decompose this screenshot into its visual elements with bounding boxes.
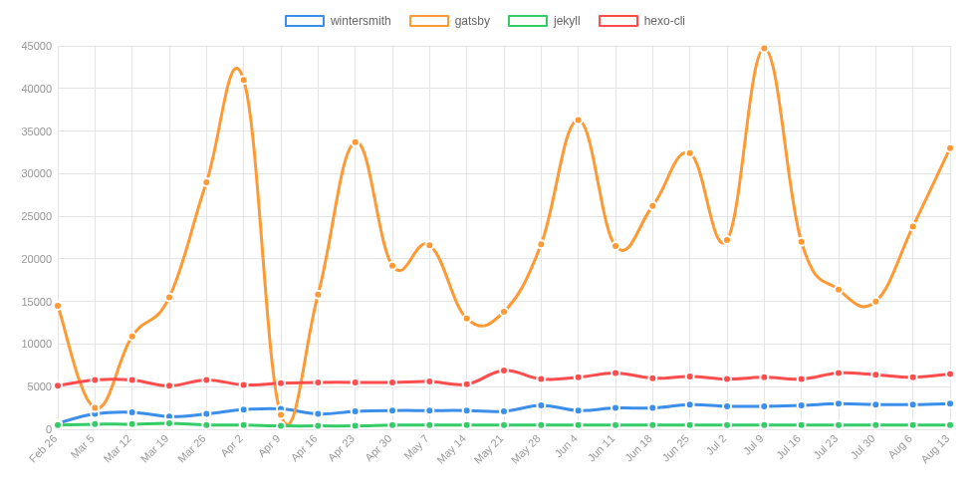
data-point[interactable] — [835, 286, 843, 294]
data-point[interactable] — [91, 404, 99, 412]
data-point[interactable] — [352, 138, 360, 146]
data-point[interactable] — [54, 302, 62, 310]
data-point[interactable] — [537, 240, 545, 248]
data-point[interactable] — [500, 407, 508, 415]
data-point[interactable] — [128, 408, 136, 416]
data-point[interactable] — [871, 371, 879, 378]
data-point[interactable] — [240, 76, 248, 84]
data-point[interactable] — [612, 404, 619, 412]
data-point[interactable] — [388, 378, 396, 386]
data-point[interactable] — [240, 381, 248, 389]
data-point[interactable] — [388, 406, 396, 414]
data-point[interactable] — [648, 421, 656, 429]
data-point[interactable] — [909, 421, 917, 429]
data-point[interactable] — [463, 421, 471, 429]
data-point[interactable] — [575, 374, 583, 381]
data-point[interactable] — [648, 404, 656, 412]
data-point[interactable] — [128, 376, 136, 383]
data-point[interactable] — [425, 406, 433, 414]
data-point[interactable] — [202, 178, 210, 186]
data-point[interactable] — [798, 376, 806, 383]
data-point[interactable] — [54, 421, 62, 429]
data-point[interactable] — [798, 401, 806, 409]
data-point[interactable] — [500, 421, 508, 429]
data-point[interactable] — [537, 401, 545, 409]
data-point[interactable] — [871, 298, 879, 306]
data-point[interactable] — [277, 422, 285, 430]
data-point[interactable] — [760, 421, 768, 429]
legend-item-wintersmith[interactable]: wintersmith — [285, 14, 391, 28]
data-point[interactable] — [575, 421, 583, 429]
data-point[interactable] — [128, 333, 136, 341]
data-point[interactable] — [686, 421, 694, 429]
legend-item-gatsby[interactable]: gatsby — [409, 14, 490, 28]
data-point[interactable] — [760, 45, 768, 53]
data-point[interactable] — [760, 402, 768, 410]
data-point[interactable] — [648, 202, 656, 210]
data-point[interactable] — [314, 422, 322, 430]
data-point[interactable] — [165, 381, 173, 389]
data-point[interactable] — [575, 406, 583, 414]
data-point[interactable] — [352, 422, 360, 430]
data-point[interactable] — [388, 421, 396, 429]
legend-item-hexo-cli[interactable]: hexo-cli — [599, 14, 685, 28]
data-point[interactable] — [946, 399, 954, 407]
data-point[interactable] — [91, 420, 99, 428]
data-point[interactable] — [648, 375, 656, 382]
data-point[interactable] — [760, 374, 768, 381]
data-point[interactable] — [909, 222, 917, 230]
data-point[interactable] — [500, 367, 508, 375]
data-point[interactable] — [463, 380, 471, 388]
data-point[interactable] — [723, 376, 731, 383]
data-point[interactable] — [537, 421, 545, 429]
data-point[interactable] — [54, 381, 62, 389]
data-point[interactable] — [202, 410, 210, 418]
data-point[interactable] — [871, 400, 879, 408]
data-point[interactable] — [91, 376, 99, 383]
data-point[interactable] — [463, 315, 471, 323]
data-point[interactable] — [723, 421, 731, 429]
legend-item-jekyll[interactable]: jekyll — [508, 14, 581, 28]
data-point[interactable] — [612, 242, 619, 250]
data-point[interactable] — [277, 379, 285, 387]
data-point[interactable] — [575, 116, 583, 124]
data-point[interactable] — [686, 400, 694, 408]
data-point[interactable] — [612, 370, 619, 377]
data-point[interactable] — [835, 399, 843, 407]
data-point[interactable] — [425, 241, 433, 249]
data-point[interactable] — [240, 405, 248, 413]
data-point[interactable] — [835, 421, 843, 429]
data-point[interactable] — [165, 419, 173, 427]
data-point[interactable] — [352, 407, 360, 415]
data-point[interactable] — [612, 421, 619, 429]
data-point[interactable] — [537, 376, 545, 383]
data-point[interactable] — [835, 370, 843, 377]
data-point[interactable] — [946, 421, 954, 429]
data-point[interactable] — [909, 374, 917, 381]
data-point[interactable] — [500, 308, 508, 316]
data-point[interactable] — [165, 293, 173, 301]
data-point[interactable] — [946, 144, 954, 152]
data-point[interactable] — [723, 236, 731, 244]
data-point[interactable] — [388, 262, 396, 270]
data-point[interactable] — [128, 420, 136, 428]
data-point[interactable] — [686, 373, 694, 380]
data-point[interactable] — [314, 291, 322, 299]
data-point[interactable] — [240, 421, 248, 429]
data-point[interactable] — [909, 400, 917, 408]
data-point[interactable] — [277, 410, 285, 418]
data-point[interactable] — [798, 421, 806, 429]
data-point[interactable] — [425, 421, 433, 429]
data-point[interactable] — [352, 378, 360, 386]
data-point[interactable] — [798, 238, 806, 246]
data-point[interactable] — [686, 149, 694, 157]
data-point[interactable] — [946, 370, 954, 377]
data-point[interactable] — [871, 421, 879, 429]
data-point[interactable] — [425, 377, 433, 385]
data-point[interactable] — [314, 410, 322, 418]
data-point[interactable] — [202, 421, 210, 429]
data-point[interactable] — [723, 402, 731, 410]
data-point[interactable] — [314, 378, 322, 386]
data-point[interactable] — [202, 376, 210, 383]
data-point[interactable] — [463, 406, 471, 414]
